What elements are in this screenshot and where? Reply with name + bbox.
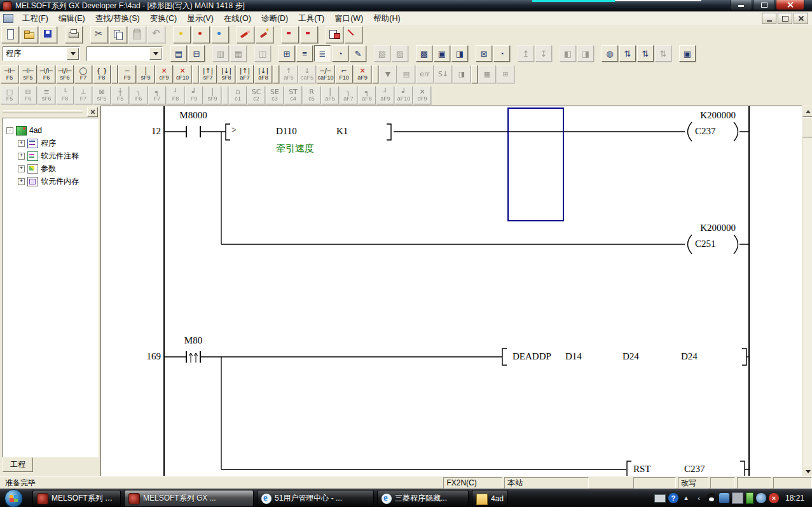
menu-item[interactable]: 窗口(W) (329, 12, 368, 25)
sfc-symbol-button[interactable]: │ sF9 (203, 86, 221, 104)
toolbar2-button[interactable]: ◨ (451, 45, 468, 62)
toolbar2-button[interactable]: ⊞ (279, 45, 295, 62)
toolbar2-button[interactable]: ◍ (602, 45, 618, 62)
tray-icon[interactable] (719, 493, 729, 503)
sfc-symbol-button[interactable] (222, 86, 228, 104)
ladder-symbol-button[interactable]: err (416, 65, 434, 83)
ladder-symbol-button[interactable]: ⊣⊢ sF5 (19, 65, 37, 83)
tray-icon[interactable] (756, 493, 766, 503)
ladder-symbol-button[interactable]: ▦ (478, 65, 496, 83)
minimize-button[interactable] (730, 0, 752, 10)
child-minimize-button[interactable] (762, 13, 776, 24)
sfc-symbol-button[interactable]: ⊠ sF5 (93, 86, 111, 104)
ladder-symbol-button[interactable] (372, 65, 378, 83)
toolbar2-button[interactable]: ⊠ (476, 45, 492, 62)
menu-item[interactable]: 查找/替换(S) (90, 12, 145, 25)
toolbar2-button[interactable] (409, 45, 415, 60)
ladder-symbol-button[interactable]: ◯ F7 (74, 65, 92, 83)
toolbar2-button[interactable]: ◧ (560, 45, 576, 62)
toolbar2-button[interactable] (206, 45, 211, 60)
menu-item[interactable]: 帮助(H) (368, 12, 405, 25)
toolbar-button[interactable] (128, 26, 146, 43)
tray-icon[interactable]: ‹ (694, 493, 704, 503)
contact-device-label[interactable]: M80 (174, 335, 213, 346)
ladder-symbol-button[interactable]: ⊣∕⊢ sF6 (56, 65, 74, 83)
compare-operand1[interactable]: D110 (276, 126, 297, 137)
instruction-operand[interactable]: C237 (684, 464, 705, 475)
tree-item[interactable]: + 软元件内存 (18, 176, 79, 187)
ladder-symbol-button[interactable]: |↓| aF8 (254, 65, 272, 83)
sfc-symbol-button[interactable]: ≡ sF6 (38, 86, 55, 104)
ladder-symbol-button[interactable]: ↑ aF5 (280, 65, 298, 83)
tab-project[interactable]: 工程 (3, 457, 33, 472)
sfc-symbol-button[interactable]: ╕ F7 (148, 86, 166, 104)
toolbar2-button[interactable]: ▧ (374, 45, 390, 62)
ladder-symbol-button[interactable]: ↓ caF5 (298, 65, 316, 83)
ladder-symbol-button[interactable]: |↓| sF8 (217, 65, 235, 83)
device-comment[interactable]: 牵引速度 (276, 142, 314, 155)
scroll-up-button[interactable] (802, 106, 812, 117)
toolbar2-button[interactable] (248, 45, 253, 60)
sfc-symbol-button[interactable]: │ aF5 (321, 86, 339, 104)
ladder-symbol-button[interactable]: |↑| sF7 (199, 65, 217, 83)
toolbar2-button[interactable]: ↧ (535, 45, 552, 62)
sfc-symbol-button[interactable]: ⊟ F6 (19, 86, 37, 104)
sfc-symbol-button[interactable]: ST c4 (284, 86, 302, 104)
toolbar2-button[interactable]: ⇅ (637, 45, 654, 62)
toolbar-button[interactable] (148, 26, 165, 43)
toolbar2-button[interactable]: ✎ (350, 45, 366, 62)
menu-item[interactable]: 编辑(E) (53, 12, 90, 25)
toolbar2-button[interactable]: ▨ (392, 45, 408, 62)
toolbar2-button[interactable]: ↥ (518, 45, 534, 62)
child-restore-button[interactable] (778, 13, 792, 24)
toolbar2-button[interactable] (595, 45, 600, 60)
toolbar2-button[interactable]: ⇅ (655, 45, 671, 62)
menu-item[interactable]: 工具(T) (293, 12, 329, 25)
sfc-symbol-button[interactable]: ┘ aF9 (376, 86, 394, 104)
toolbar-button[interactable] (300, 26, 318, 43)
instruction-operand[interactable]: D14 (565, 351, 582, 362)
tray-icon[interactable]: ? (668, 493, 678, 503)
toolbar2-button[interactable]: ◨ (577, 45, 594, 62)
toolbar-button[interactable] (319, 27, 324, 43)
panel-grip[interactable] (3, 110, 83, 113)
toolbar-button[interactable] (345, 26, 362, 43)
sfc-symbol-button[interactable]: ╕ aF8 (358, 86, 376, 104)
ladder-symbol-button[interactable] (111, 65, 118, 83)
data-type-combo[interactable]: 程序 (3, 46, 80, 61)
ladder-cursor[interactable] (507, 108, 564, 221)
toolbar-button[interactable] (20, 26, 38, 43)
contact-device-label[interactable]: M8000 (174, 110, 213, 121)
toolbar2-button[interactable]: ▥ (212, 45, 229, 62)
tree-item-root[interactable]: - 4ad (6, 125, 42, 136)
ladder-symbol-button[interactable]: ⊣⊢ F5 (1, 65, 18, 83)
sfc-symbol-button[interactable]: R c5 (303, 86, 320, 104)
ladder-symbol-button[interactable]: |↑| aF7 (236, 65, 254, 83)
ladder-symbol-button[interactable]: S↓ (434, 65, 452, 83)
ladder-symbol-button[interactable]: ─∕─ caF10 (317, 65, 334, 83)
toolbar2-button[interactable] (511, 45, 516, 60)
start-button[interactable] (4, 489, 23, 507)
sfc-symbol-button[interactable]: └ F8 (56, 86, 74, 104)
tray-icon[interactable] (706, 493, 717, 503)
toolbar-button[interactable] (84, 27, 89, 43)
toolbar-button[interactable] (230, 27, 235, 43)
toolbar2-button[interactable]: ≡ (296, 45, 313, 62)
toolbar-button[interactable] (167, 27, 172, 43)
menu-item[interactable]: 工程(F) (17, 12, 53, 25)
toolbar-button[interactable] (39, 26, 57, 43)
tree-item[interactable]: + 参数 (18, 163, 56, 174)
tree-expander[interactable]: + (18, 140, 25, 147)
toolbar2-button[interactable]: ◔ (493, 45, 510, 62)
combo-dropdown-button[interactable] (149, 48, 162, 60)
ladder-symbol-button[interactable]: ─ F9 (118, 65, 136, 83)
sfc-symbol-button[interactable]: ✕ cF9 (413, 86, 431, 104)
toolbar2-button[interactable]: ≣ (314, 45, 331, 62)
tray-icon[interactable] (746, 492, 754, 504)
compare-operand2[interactable]: K1 (336, 126, 348, 137)
taskbar-task-button[interactable]: 51用户管理中心 - ... (257, 490, 374, 507)
ladder-symbol-button[interactable]: ⊣∕⊢ F6 (38, 65, 55, 83)
sfc-symbol-button[interactable]: ╛ F9 (185, 86, 203, 104)
toolbar-button[interactable] (211, 26, 229, 43)
toolbar-button[interactable] (192, 26, 210, 43)
